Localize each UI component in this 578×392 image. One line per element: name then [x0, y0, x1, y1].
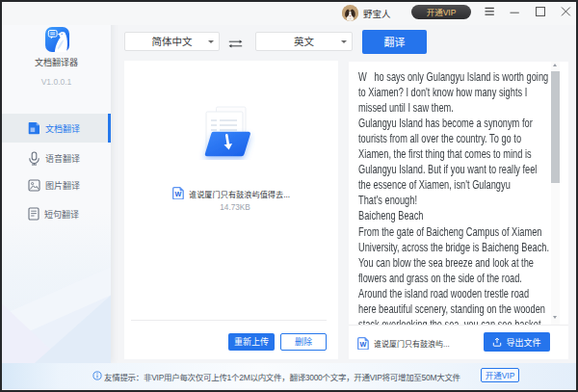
svg-text:W: W [174, 190, 181, 198]
svg-text:W: W [360, 340, 367, 349]
